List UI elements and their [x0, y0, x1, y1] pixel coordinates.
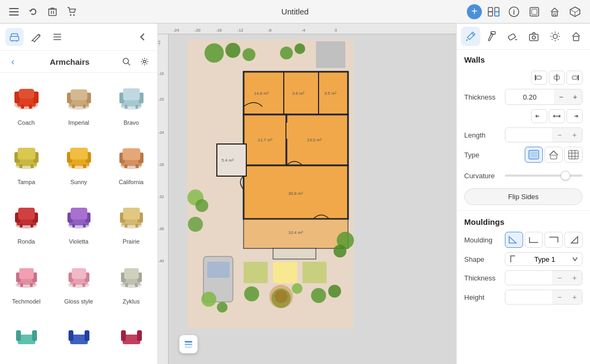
svg-rect-98 [20, 283, 23, 287]
ruler-tick-v: -40 [158, 259, 164, 263]
item15-image [112, 317, 150, 355]
align-right-button[interactable] [566, 71, 583, 85]
eraser-tab[interactable] [503, 27, 523, 46]
ruler-horizontal: -24 -20 -16 -12 -8 -4 0 [158, 24, 456, 34]
add-button[interactable]: + [467, 4, 482, 19]
hammer-tab[interactable] [461, 27, 480, 46]
align-subsection: Thickness 0.20 − + [457, 67, 590, 170]
svg-rect-41 [71, 89, 87, 100]
furniture-item-13[interactable] [0, 311, 52, 364]
trash-icon[interactable] [45, 4, 60, 19]
type-house-button[interactable] [544, 147, 563, 163]
curvature-label: Curvature [464, 172, 502, 180]
svg-point-128 [294, 43, 305, 54]
flip-sides-button[interactable]: Flip Sides [464, 188, 583, 205]
floorplan-svg[interactable]: 14.6 m² 3.6 m² 3.5 m² 11.7 m² 13.0 m² 30… [179, 37, 367, 337]
search-icon[interactable] [119, 54, 134, 69]
layers-button[interactable] [179, 335, 198, 353]
house-button[interactable] [546, 3, 563, 20]
undo-icon[interactable] [26, 4, 41, 19]
svg-point-175 [532, 36, 535, 39]
align-left-button[interactable] [531, 71, 547, 85]
cart-icon[interactable] [64, 4, 79, 19]
menu-icon[interactable] [6, 4, 21, 19]
library-button[interactable] [485, 3, 502, 20]
panel-back-button[interactable]: ‹ [5, 54, 20, 69]
furniture-item-zyklus[interactable]: Zyklus [105, 252, 157, 311]
furniture-item-gloss-style[interactable]: Gloss style [52, 252, 105, 311]
length-input[interactable]: − + [505, 127, 583, 142]
length-decrease-button[interactable]: − [552, 127, 567, 142]
length-increase-button[interactable]: + [567, 127, 582, 142]
svg-line-28 [128, 63, 130, 65]
moulding-thickness-increase[interactable]: + [567, 270, 582, 285]
shape-select[interactable]: Type 1 [505, 252, 583, 266]
expand-both-button[interactable] [549, 109, 565, 123]
3d-button[interactable] [566, 3, 584, 20]
gloss-style-label: Gloss style [64, 298, 93, 305]
2d-view-button[interactable] [526, 3, 543, 20]
style-panel-tab[interactable] [27, 28, 45, 46]
svg-point-27 [123, 58, 128, 64]
furniture-item-bravo[interactable]: Bravo [105, 73, 157, 132]
svg-text:13.0 m²: 13.0 m² [307, 138, 321, 142]
furniture-item-tampa[interactable]: Tampa [0, 132, 52, 192]
height-decrease[interactable]: − [552, 290, 567, 305]
align-center-button[interactable] [549, 71, 565, 85]
moulding-thickness-decrease[interactable]: − [552, 270, 567, 285]
moulding-btn-2[interactable] [525, 232, 543, 248]
height-increase[interactable]: + [567, 290, 582, 305]
sun-tab[interactable] [546, 27, 565, 46]
furniture-item-violetta[interactable]: Violetta [52, 192, 105, 251]
canvas-content[interactable]: 14.6 m² 3.6 m² 3.5 m² 11.7 m² 13.0 m² 30… [169, 34, 456, 364]
ruler-tick: -8 [268, 28, 271, 33]
furniture-item-ronda[interactable]: Ronda [0, 192, 52, 251]
moulding-thickness-input[interactable]: − + [505, 270, 583, 285]
expand-right-button[interactable] [566, 109, 583, 123]
california-image [112, 138, 150, 177]
height-input[interactable]: − + [505, 290, 583, 305]
furniture-item-sunny[interactable]: Sunny [52, 132, 105, 192]
panel-collapse-button[interactable] [134, 28, 152, 46]
slider-thumb[interactable] [561, 171, 570, 180]
svg-point-155 [334, 245, 346, 257]
length-row: Length − + [464, 127, 583, 142]
canvas-area[interactable]: -24 -20 -16 -12 -8 -4 0 -12 -16 -20 -24 … [158, 24, 456, 364]
type-solid-button[interactable] [525, 147, 543, 163]
curvature-slider[interactable] [505, 170, 583, 181]
thickness-decrease-button[interactable]: − [554, 89, 568, 104]
furniture-item-techmodel[interactable]: Techmodel [0, 252, 52, 311]
svg-rect-196 [530, 151, 538, 158]
furniture-item-14[interactable] [52, 311, 105, 364]
svg-rect-64 [83, 164, 86, 168]
shape-row: Shape Type 1 [464, 252, 583, 266]
thickness-input[interactable]: 0.20 − + [505, 89, 583, 105]
moulding-btn-3[interactable] [544, 232, 563, 248]
info-button[interactable]: i [505, 3, 523, 20]
align2-row [464, 109, 583, 123]
moulding-btn-4[interactable] [564, 232, 583, 248]
svg-rect-121 [121, 330, 126, 341]
furniture-item-imperial[interactable]: Imperial [52, 73, 105, 132]
shape-label: Shape [464, 255, 502, 263]
svg-line-182 [558, 39, 558, 40]
list-panel-tab[interactable] [48, 28, 66, 46]
furniture-item-prairie[interactable]: Prairie [105, 192, 157, 251]
house-decor-tab[interactable] [567, 27, 586, 46]
expand-left-button[interactable] [531, 109, 547, 123]
furniture-item-15[interactable] [105, 311, 157, 364]
settings-icon[interactable] [137, 54, 152, 69]
topbar-left [6, 4, 79, 19]
furniture-item-coach[interactable]: Coach [0, 73, 52, 132]
moulding-btn-1[interactable] [505, 232, 523, 248]
svg-rect-143 [273, 262, 297, 283]
paint-tab[interactable] [482, 27, 502, 46]
svg-rect-50 [135, 105, 138, 109]
thickness-increase-button[interactable]: + [568, 89, 582, 104]
svg-rect-112 [125, 283, 128, 287]
panel-section-title: Armchairs [25, 57, 115, 66]
furniture-item-california[interactable]: California [105, 132, 157, 192]
furniture-panel-tab[interactable] [5, 28, 24, 46]
type-grid-button[interactable] [564, 147, 583, 163]
camera-tab[interactable] [525, 27, 544, 46]
